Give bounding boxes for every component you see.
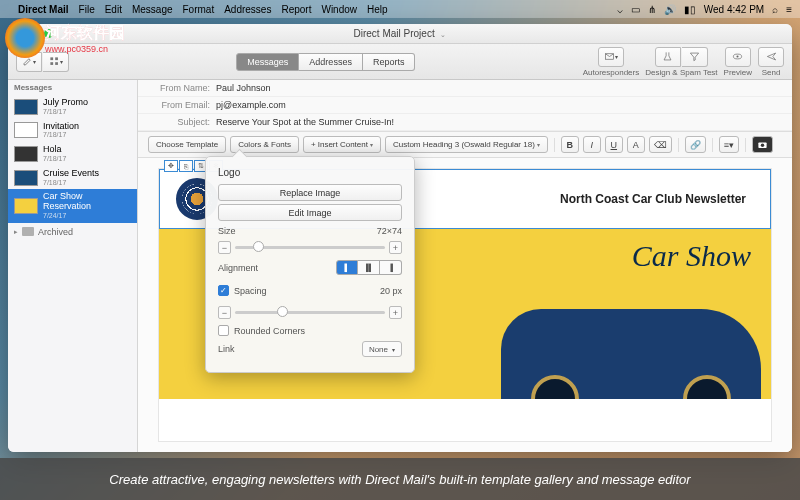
flask-icon [662, 51, 673, 62]
menu-help[interactable]: Help [367, 4, 388, 15]
preview-label: Preview [724, 68, 752, 77]
app-menu[interactable]: Direct Mail [18, 4, 69, 15]
message-thumbnail [14, 170, 38, 186]
menu-file[interactable]: File [79, 4, 95, 15]
menubar: Direct Mail File Edit Message Format Add… [0, 0, 800, 18]
from-email-field[interactable]: pj@example.com [216, 100, 286, 110]
align-center-button[interactable]: ▐▌ [358, 260, 380, 275]
sidebar-item-july-promo[interactable]: July Promo7/18/17 [8, 95, 137, 119]
italic-button[interactable]: I [583, 136, 601, 153]
link-dropdown[interactable]: None ▾ [362, 341, 402, 357]
clock[interactable]: Wed 4:42 PM [704, 4, 764, 15]
align-right-button[interactable]: ▐ [380, 260, 402, 275]
bluetooth-icon[interactable]: ⌵ [617, 4, 623, 15]
underline-button[interactable]: U [605, 136, 623, 153]
svg-rect-3 [55, 62, 58, 65]
titlebar: Direct Mail Project ⌄ [8, 24, 792, 44]
message-thumbnail [14, 146, 38, 162]
popover-title[interactable]: Logo [218, 167, 402, 178]
rounded-corners-label: Rounded Corners [234, 326, 305, 336]
slider-thumb[interactable] [253, 241, 264, 252]
list-button[interactable]: ≡▾ [719, 136, 739, 153]
svg-rect-2 [50, 62, 53, 65]
message-thumbnail [14, 99, 38, 115]
slider-thumb[interactable] [277, 306, 288, 317]
sidebar-item-invitation[interactable]: Invitation7/18/17 [8, 119, 137, 143]
image-button[interactable] [752, 136, 773, 153]
chevron-down-icon: ⌄ [440, 31, 446, 38]
sidebar-header: Messages [8, 80, 137, 95]
clear-format-button[interactable]: ⌫ [649, 136, 672, 153]
display-icon[interactable]: ▭ [631, 4, 640, 15]
spotlight-icon[interactable]: ⌕ [772, 4, 778, 15]
spacing-slider[interactable]: − + [218, 306, 402, 319]
volume-icon[interactable]: 🔊 [664, 4, 676, 15]
from-name-field[interactable]: Paul Johnson [216, 83, 271, 93]
design-test-button[interactable] [655, 47, 681, 67]
align-left-button[interactable]: ▌ [336, 260, 358, 275]
subject-field[interactable]: Reserve Your Spot at the Summer Cruise-I… [216, 117, 394, 127]
from-name-label: From Name: [148, 83, 210, 93]
svg-point-6 [737, 55, 739, 57]
choose-template-button[interactable]: Choose Template [148, 136, 226, 153]
battery-icon[interactable]: ▮▯ [684, 4, 696, 15]
move-handle[interactable]: ✥ [164, 160, 178, 172]
watermark-logo [5, 18, 45, 58]
send-icon [766, 51, 777, 62]
notification-icon[interactable]: ≡ [786, 4, 792, 15]
subject-label: Subject: [148, 117, 210, 127]
rounded-corners-checkbox[interactable] [218, 325, 229, 336]
marketing-caption: Create attractive, engaging newsletters … [0, 458, 800, 500]
image-settings-popover: Logo Replace Image Edit Image Size 72×74… [205, 156, 415, 373]
car-illustration [501, 309, 761, 399]
sidebar-item-hola[interactable]: Hola7/18/17 [8, 142, 137, 166]
wifi-icon[interactable]: ⋔ [648, 4, 656, 15]
watermark-text-url: www.pc0359.cn [45, 44, 125, 54]
spacing-minus-button[interactable]: − [218, 306, 231, 319]
heading-dropdown[interactable]: Custom Heading 3 (Oswald Regular 18)▾ [385, 136, 548, 153]
send-button[interactable] [758, 47, 784, 67]
spacing-checkbox[interactable]: ✓ [218, 285, 229, 296]
tab-reports[interactable]: Reports [363, 53, 416, 71]
edit-image-button[interactable]: Edit Image [218, 204, 402, 221]
replace-image-button[interactable]: Replace Image [218, 184, 402, 201]
spacing-plus-button[interactable]: + [389, 306, 402, 319]
slider-track[interactable] [235, 246, 385, 249]
alignment-label: Alignment [218, 263, 258, 273]
size-label: Size [218, 226, 236, 236]
sidebar-item-cruise-events[interactable]: Cruise Events7/18/17 [8, 166, 137, 190]
link-button[interactable]: 🔗 [685, 136, 706, 153]
bold-button[interactable]: B [561, 136, 579, 153]
tab-addresses[interactable]: Addresses [299, 53, 363, 71]
watermark: 河东软件园 www.pc0359.cn [5, 18, 125, 58]
window-title[interactable]: Direct Mail Project ⌄ [354, 28, 447, 39]
menu-edit[interactable]: Edit [105, 4, 122, 15]
watermark-text-cn: 河东软件园 [45, 23, 125, 44]
send-label: Send [762, 68, 781, 77]
toolbar: ▾ ▾ Messages Addresses Reports ▾ Autores… [8, 44, 792, 80]
menu-addresses[interactable]: Addresses [224, 4, 271, 15]
sidebar: Messages July Promo7/18/17 Invitation7/1… [8, 80, 138, 452]
envelope-icon [604, 51, 615, 62]
menu-message[interactable]: Message [132, 4, 173, 15]
menu-report[interactable]: Report [281, 4, 311, 15]
preview-button[interactable] [725, 47, 751, 67]
size-minus-button[interactable]: − [218, 241, 231, 254]
menu-format[interactable]: Format [183, 4, 215, 15]
tab-messages[interactable]: Messages [236, 53, 299, 71]
svg-point-8 [761, 143, 764, 146]
sidebar-item-car-show[interactable]: Car Show Reservation7/24/17 [8, 189, 137, 222]
view-segmented-control: Messages Addresses Reports [236, 53, 415, 71]
sidebar-item-archived[interactable]: ▸ Archived [8, 223, 137, 241]
link-label: Link [218, 344, 235, 354]
text-color-button[interactable]: A [627, 136, 645, 153]
slider-track[interactable] [235, 311, 385, 314]
autoresponders-label: Autoresponders [583, 68, 639, 77]
insert-content-button[interactable]: + Insert Content▾ [303, 136, 381, 153]
autoresponders-button[interactable]: ▾ [598, 47, 624, 67]
duplicate-handle[interactable]: ⎘ [179, 160, 193, 172]
size-plus-button[interactable]: + [389, 241, 402, 254]
size-slider[interactable]: − + [218, 241, 402, 254]
spam-test-button[interactable] [682, 47, 708, 67]
menu-window[interactable]: Window [321, 4, 357, 15]
